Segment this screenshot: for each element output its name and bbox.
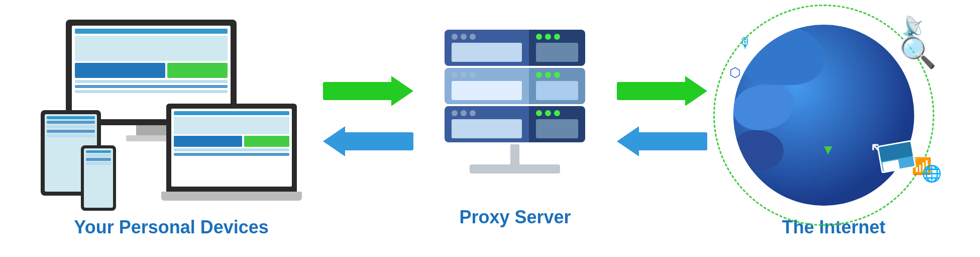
laptop-green — [244, 136, 289, 147]
server-foot — [470, 164, 560, 174]
led-bar-dark-bot — [536, 119, 578, 138]
dot-green-mid-3 — [554, 72, 560, 78]
screen-line-2 — [75, 85, 228, 88]
globe-icon: 🌐 — [922, 164, 942, 183]
diagram: Your Personal Devices — [0, 0, 980, 257]
photo-card — [877, 140, 916, 173]
dot-3 — [470, 34, 476, 40]
devices-label: Your Personal Devices — [74, 217, 269, 238]
server-dots-bot — [452, 110, 522, 116]
microphone-icon: 🎙 — [738, 35, 752, 51]
down-arrow-icon: ▼ — [821, 142, 835, 158]
laptop-base — [161, 192, 302, 201]
phone-line-3 — [86, 162, 111, 165]
server-pole — [510, 144, 519, 164]
dot-mid-2 — [461, 72, 467, 78]
phone-screen — [84, 148, 113, 208]
screen-green-block — [167, 63, 228, 78]
magnifier-icon: 🔍 — [899, 35, 937, 70]
dot-green-mid-1 — [536, 72, 542, 78]
screen-nav-bar — [75, 29, 228, 34]
laptop-hero — [174, 117, 289, 134]
dot-green-2 — [545, 34, 551, 40]
arrow-from-internet — [617, 126, 707, 156]
server-unit-top-right — [529, 30, 585, 66]
led-bar-mid-right — [536, 81, 578, 100]
dot-2 — [461, 34, 467, 40]
server-dots-right-top — [536, 34, 578, 40]
server-dots-right-mid — [536, 72, 578, 78]
tablet-nav — [47, 116, 95, 119]
dot-bot-1 — [452, 110, 458, 116]
arrow-to-proxy — [323, 76, 413, 106]
internet-section: ↖ 📡 🔍 📶 🌐 ▼ ⬡ 🎙 The Internet — [728, 20, 939, 238]
laptop-line-1 — [174, 148, 289, 151]
laptop-blue — [174, 136, 242, 147]
server-unit-top-left — [445, 30, 529, 66]
laptop-nav — [174, 111, 289, 115]
continent-2 — [733, 85, 794, 130]
server-unit-bottom — [445, 106, 585, 142]
dot-green-bot-3 — [554, 110, 560, 116]
phone-line-1 — [86, 154, 111, 157]
tablet-line-4 — [47, 134, 95, 137]
screen-blue-block — [75, 63, 165, 78]
dot-bot-3 — [470, 110, 476, 116]
server-unit-middle — [445, 68, 585, 104]
server-dots-top — [452, 34, 522, 40]
arrow-from-proxy — [323, 126, 413, 156]
photo-bottom — [882, 159, 899, 170]
tablet-line-2 — [47, 125, 95, 128]
server-unit-mid-left — [445, 68, 529, 104]
laptop-screen — [171, 109, 292, 187]
screen-hero — [75, 36, 228, 61]
dot-1 — [452, 34, 458, 40]
devices-illustration — [41, 20, 302, 211]
dot-green-3 — [554, 34, 560, 40]
phone-device — [81, 145, 116, 211]
screen-line-3 — [75, 90, 228, 93]
led-bar-mid — [452, 81, 522, 100]
laptop-blocks — [174, 136, 289, 147]
server-unit-top — [445, 30, 585, 66]
laptop-line-2 — [174, 153, 289, 156]
globe: ↖ — [733, 25, 914, 206]
devices-section: Your Personal Devices — [41, 20, 302, 238]
proxy-label: Proxy Server — [459, 207, 571, 228]
dot-green-bot-1 — [536, 110, 542, 116]
dot-mid-1 — [452, 72, 458, 78]
server-dots-mid — [452, 72, 522, 78]
phone-line-2 — [86, 158, 111, 161]
photo-top — [879, 141, 913, 161]
server-unit-bot-right — [529, 106, 585, 142]
dot-green-1 — [536, 34, 542, 40]
dot-mid-3 — [470, 72, 476, 78]
dot-bot-2 — [461, 110, 467, 116]
led-bar-bot — [452, 119, 522, 138]
screen-line-1 — [75, 80, 228, 83]
proxy-section: Proxy Server — [434, 30, 595, 228]
network-node-icon: ⬡ — [729, 65, 741, 80]
server-unit-mid-right — [529, 68, 585, 104]
tablet-line-3 — [47, 130, 95, 133]
arrows-devices-proxy — [323, 76, 413, 156]
server-illustration — [434, 30, 595, 201]
tablet-line-1 — [47, 121, 95, 124]
laptop-device — [161, 104, 302, 201]
server-dots-right-bot — [536, 110, 578, 116]
laptop-screen-part — [166, 104, 297, 192]
arrow-to-internet — [617, 76, 707, 106]
server-unit-bot-left — [445, 106, 529, 142]
led-bar-dark-1 — [536, 43, 578, 62]
led-bar-1 — [452, 43, 522, 62]
dot-green-mid-2 — [545, 72, 551, 78]
screen-blocks-row — [75, 63, 228, 78]
arrows-proxy-internet — [617, 76, 707, 156]
phone-nav — [86, 150, 111, 153]
internet-illustration: ↖ 📡 🔍 📶 🌐 ▼ ⬡ 🎙 — [728, 20, 939, 211]
dot-green-bot-2 — [545, 110, 551, 116]
